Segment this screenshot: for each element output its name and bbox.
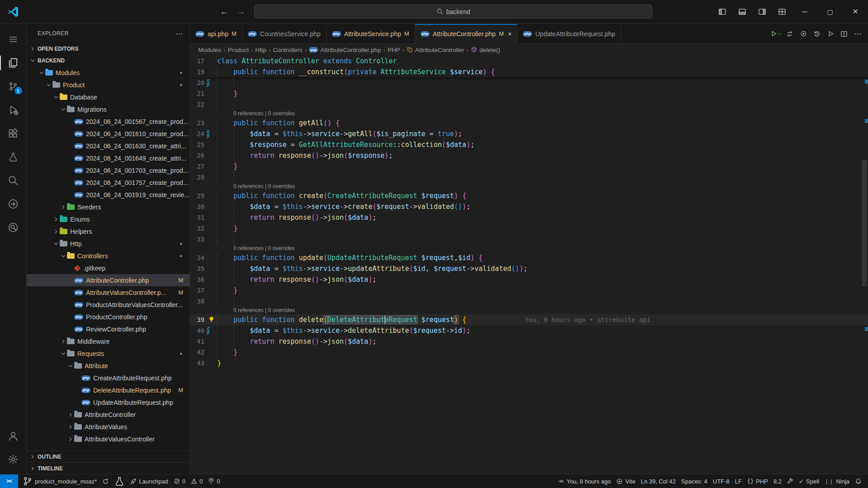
file-item[interactable]: phpReviewController.php (27, 323, 190, 335)
gutter[interactable]: 27 (190, 161, 217, 172)
lightbulb-icon[interactable] (208, 316, 215, 323)
remote-explorer-icon[interactable] (0, 192, 27, 216)
file-item[interactable]: php2024_06_24_001610_create_prod... (27, 128, 190, 140)
gutter[interactable]: 43 (190, 358, 217, 369)
tab-AttributeService.php[interactable]: phpAttributeService.phpM (327, 24, 415, 44)
gutter[interactable]: 34 (190, 252, 217, 263)
tab-AttributeController.php[interactable]: phpAttributeController.phpM× (415, 24, 518, 44)
gutter[interactable]: 31 (190, 212, 217, 223)
file-item[interactable]: .gitkeep (27, 262, 190, 274)
status-intelephense[interactable] (784, 478, 796, 484)
folder-item[interactable]: Product● (27, 79, 190, 91)
gutter[interactable]: 32 (190, 223, 217, 234)
gutter[interactable]: 37 (190, 285, 217, 296)
settings-icon[interactable] (0, 448, 27, 471)
folder-item[interactable]: Enums (27, 213, 190, 225)
accounts-icon[interactable] (0, 424, 27, 448)
gutter[interactable]: 26 (190, 150, 217, 161)
close-tab-icon[interactable]: × (508, 30, 512, 38)
gutter[interactable]: 22 (190, 99, 217, 110)
folder-item[interactable]: Requests● (27, 347, 190, 360)
back-arrow-icon[interactable]: ← (220, 7, 228, 17)
tab-api.php[interactable]: phpapi.phpM (190, 24, 242, 44)
status-vite[interactable]: Vite (613, 478, 638, 485)
status-indentation[interactable]: Spaces: 4 (678, 478, 710, 485)
file-item[interactable]: php2024_06_24_001757_create_prod... (27, 176, 190, 189)
timeline-section[interactable]: TIMELINE (27, 462, 190, 474)
gutter[interactable]: 41 (190, 336, 217, 347)
explorer-icon[interactable] (0, 51, 27, 75)
status-encoding[interactable]: UTF-8 (710, 478, 732, 485)
breadcrumb-item[interactable]: phpAttributeController.php (309, 47, 381, 53)
folder-item[interactable]: Modules● (27, 66, 190, 79)
gutter[interactable]: 38 (190, 296, 217, 307)
file-item[interactable]: php2024_06_24_001649_create_attri... (27, 152, 190, 164)
run-debug-icon[interactable] (0, 98, 27, 122)
status-git-branch[interactable]: product_module_moaz* (20, 476, 100, 486)
gutter[interactable]: 36 (190, 274, 217, 285)
breadcrumb-item[interactable]: delete() (471, 47, 500, 53)
split-editor-icon[interactable] (838, 28, 850, 40)
run-button[interactable] (770, 28, 782, 40)
run-below-icon[interactable] (825, 28, 836, 40)
folder-item[interactable]: Attribute (27, 360, 190, 372)
status-language-mode[interactable]: {}PHP (745, 478, 771, 485)
breadcrumb-item[interactable]: AttributeController (407, 47, 465, 53)
folder-item[interactable]: Migrations (27, 103, 190, 115)
code-editor[interactable]: 17class AttributeController extends Cont… (190, 56, 868, 474)
history-icon[interactable] (811, 28, 823, 40)
codelens[interactable]: 0 references | 0 overrides (190, 307, 868, 314)
toggle-secondary-sidebar-icon[interactable] (752, 0, 772, 24)
gutter[interactable]: 39 (190, 314, 217, 325)
status-sync[interactable] (100, 478, 112, 485)
folder-item[interactable]: Http● (27, 237, 190, 250)
remote-indicator[interactable]: >< (0, 474, 18, 488)
status-php-version[interactable]: 8.2 (771, 478, 784, 485)
status-ninja[interactable]: ❘❘Ninja (822, 478, 852, 485)
breadcrumb-item[interactable]: Http (255, 47, 266, 53)
editor-scrollbar[interactable] (862, 160, 867, 286)
gutter[interactable]: 33 (190, 234, 217, 245)
more-actions-icon[interactable]: ⋯ (852, 28, 863, 40)
status-warnings[interactable]: 0 (188, 478, 205, 485)
gutter[interactable]: 25 (190, 139, 217, 150)
gutter[interactable]: 29 (190, 190, 217, 201)
close-button[interactable]: × (843, 0, 868, 24)
folder-item[interactable]: AttributeValues (27, 421, 190, 433)
gutter[interactable]: 35 (190, 263, 217, 274)
status-cursor-position[interactable]: Ln 39, Col 42 (638, 478, 678, 485)
gutter[interactable]: 23 (190, 118, 217, 128)
gutter[interactable]: 40 (190, 325, 217, 336)
codelens[interactable]: 0 references | 0 overrides (190, 183, 868, 190)
status-launchpad[interactable]: Launchpad (127, 478, 171, 485)
file-item[interactable]: phpAttributeValuesController.p...M (27, 286, 190, 298)
folder-item[interactable]: AttributeValuesController (27, 433, 190, 445)
gutter[interactable]: 20 (190, 77, 217, 88)
file-item[interactable]: phpDeleteAttributeRequest.phpM (27, 384, 190, 396)
status-eol[interactable]: LF (732, 478, 745, 485)
file-item[interactable]: phpProductAttributeValuesController... (27, 298, 190, 311)
gutter[interactable]: 28 (190, 172, 217, 183)
menu-icon[interactable] (0, 28, 27, 51)
code-search-icon[interactable] (0, 216, 27, 239)
forward-arrow-icon[interactable]: → (237, 7, 245, 17)
testing-icon[interactable] (0, 145, 27, 169)
breadcrumb-item[interactable]: PHP (388, 47, 400, 53)
toggle-panel-icon[interactable] (732, 0, 752, 24)
codelens[interactable]: 0 references | 0 overrides (190, 245, 868, 252)
breadcrumb-item[interactable]: Modules (198, 47, 221, 53)
git-compare-icon[interactable] (784, 28, 796, 40)
folder-item[interactable]: AttributeController (27, 408, 190, 421)
command-center-search[interactable]: backend (254, 5, 652, 19)
gutter[interactable]: 24 (190, 128, 217, 139)
search-icon[interactable] (0, 169, 27, 192)
minimize-button[interactable]: ─ (792, 0, 817, 24)
status-blame[interactable]: You, 8 hours ago (555, 478, 614, 485)
gutter[interactable]: 19 (190, 66, 217, 77)
outline-section[interactable]: OUTLINE (27, 450, 190, 462)
open-editors-section[interactable]: OPEN EDITORS (27, 43, 190, 55)
gutter[interactable]: 17 (190, 56, 217, 66)
tab-CountriesService.php[interactable]: phpCountriesService.php (242, 24, 327, 44)
gutter[interactable]: 42 (190, 347, 217, 358)
extensions-icon[interactable] (0, 122, 27, 145)
